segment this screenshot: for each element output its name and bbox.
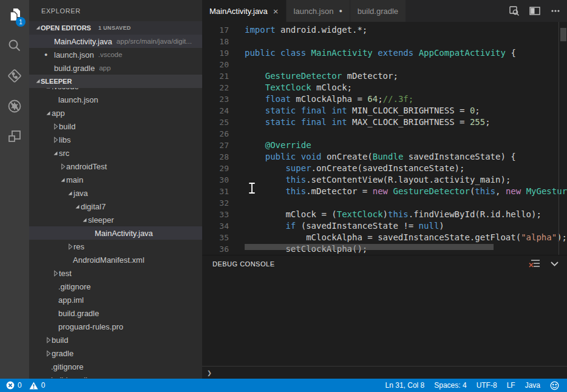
- tree-folder-sleeper[interactable]: sleeper: [29, 213, 202, 226]
- open-editor-item[interactable]: ●launch.json.vscode: [29, 48, 202, 61]
- code-line-31[interactable]: 31 this.mDetector = new GestureDetector(…: [202, 186, 567, 197]
- tree-folder-res[interactable]: res: [29, 240, 202, 253]
- status-label: LF: [507, 381, 515, 390]
- language-mode[interactable]: Java: [525, 379, 540, 392]
- tree-folder-java[interactable]: java: [29, 186, 202, 200]
- code-line-34[interactable]: 34 if (savedInstanceState != null): [202, 220, 567, 232]
- tree-folder-gradle[interactable]: gradle: [29, 346, 202, 360]
- tree-folder-app[interactable]: app: [29, 106, 202, 120]
- feedback[interactable]: [550, 379, 559, 392]
- open-editors-header[interactable]: OPEN EDITORS 1 UNSAVED: [29, 21, 202, 35]
- line-number[interactable]: 20: [202, 59, 229, 70]
- code-line-24[interactable]: 24 static final int MIN_CLOCK_BRIGHTNESS…: [202, 105, 567, 117]
- tree-file-mainactivity-java[interactable]: MainActivity.java: [29, 226, 202, 240]
- open-editor-item[interactable]: MainActivity.javaapp/src/main/java/digit…: [29, 35, 202, 48]
- code-line-23[interactable]: 23 float mClockAlpha = 64;//.3f;: [202, 93, 567, 105]
- dirty-indicator[interactable]: ●: [44, 52, 54, 58]
- line-number[interactable]: 29: [202, 163, 229, 174]
- line-number[interactable]: 27: [202, 140, 229, 151]
- line-number[interactable]: 17: [202, 24, 229, 36]
- line-number[interactable]: 24: [202, 105, 229, 117]
- folder-section-header[interactable]: SLEEPER: [29, 75, 202, 88]
- error-count[interactable]: 0: [6, 379, 22, 392]
- source-control-icon[interactable]: [0, 61, 29, 91]
- tree-item-label: sleeper: [88, 215, 114, 225]
- line-number[interactable]: 28: [202, 151, 229, 163]
- tree-file--gitignore[interactable]: .gitignore: [29, 280, 202, 293]
- tree-file--gitignore[interactable]: .gitignore: [29, 360, 202, 373]
- code-line-30[interactable]: 30 this.setContentView(R.layout.activity…: [202, 174, 567, 186]
- code-line-25[interactable]: 25 static final int MAX_CLOCK_BRIGHTNESS…: [202, 117, 567, 128]
- split-editor-icon[interactable]: [529, 6, 540, 16]
- open-editor-item[interactable]: build.gradleapp: [29, 61, 202, 75]
- chevron-down-icon[interactable]: [549, 259, 560, 269]
- explorer-icon[interactable]: 1: [0, 0, 29, 30]
- debug-console-input[interactable]: ❯: [202, 366, 567, 379]
- line-number[interactable]: 32: [202, 197, 229, 209]
- tree-folder-test[interactable]: test: [29, 266, 202, 280]
- editor-vscrollbar[interactable]: [560, 28, 566, 41]
- tree-folder-digital7[interactable]: digital7: [29, 200, 202, 213]
- line-number[interactable]: 22: [202, 82, 229, 93]
- code-editor[interactable]: 17import android.widget.*;1819public cla…: [202, 22, 567, 255]
- eol[interactable]: LF: [507, 379, 515, 392]
- tree-file-launch-json[interactable]: launch.json: [29, 93, 202, 106]
- code-line-26[interactable]: 26: [202, 128, 567, 140]
- dirty-indicator[interactable]: ●: [339, 8, 342, 14]
- line-number[interactable]: 21: [202, 70, 229, 82]
- line-number[interactable]: 30: [202, 174, 229, 186]
- tree-file-build-gradle[interactable]: build.gradle: [29, 306, 202, 320]
- tab-build-gradle[interactable]: build.gradle: [350, 0, 406, 22]
- tree-folder-libs[interactable]: libs: [29, 133, 202, 146]
- tab-launch-json[interactable]: launch.json●: [287, 0, 350, 22]
- code-line-19[interactable]: 19public class MainActivity extends AppC…: [202, 47, 567, 59]
- line-number[interactable]: 36: [202, 243, 229, 255]
- line-number[interactable]: 25: [202, 117, 229, 128]
- line-number[interactable]: 35: [202, 232, 229, 243]
- code-line-21[interactable]: 21 GestureDetector mDetector;: [202, 70, 567, 82]
- warning-count[interactable]: 0: [29, 379, 46, 392]
- line-number[interactable]: 26: [202, 128, 229, 140]
- tree-file-app-iml[interactable]: app.iml: [29, 293, 202, 306]
- line-number[interactable]: 19: [202, 47, 229, 59]
- debug-icon[interactable]: [0, 91, 29, 121]
- editor-hscrollbar[interactable]: [245, 244, 494, 250]
- tree-file-proguard-rules-pro[interactable]: proguard-rules.pro: [29, 320, 202, 333]
- line-number[interactable]: 34: [202, 220, 229, 232]
- code-text: [229, 197, 567, 209]
- indentation[interactable]: Spaces: 4: [434, 379, 466, 392]
- close-icon[interactable]: ×: [273, 7, 279, 16]
- panel-tab-debug-console[interactable]: DEBUG CONSOLE: [212, 260, 274, 268]
- tree-folder-androidtest[interactable]: androidTest: [29, 160, 202, 173]
- clear-console-icon[interactable]: [529, 259, 540, 269]
- tree-file-build-gradle[interactable]: build.gradle: [29, 373, 202, 378]
- extensions-icon[interactable]: [0, 121, 29, 152]
- more-actions-icon[interactable]: [550, 5, 561, 16]
- tree-folder-src[interactable]: src: [29, 146, 202, 160]
- code-line-20[interactable]: 20: [202, 59, 567, 70]
- code-line-33[interactable]: 33 mClock = (TextClock)this.findViewById…: [202, 209, 567, 220]
- code-line-18[interactable]: 18: [202, 36, 567, 47]
- tree-item-label: .vscode: [52, 88, 79, 91]
- line-number[interactable]: 18: [202, 36, 229, 47]
- search-icon[interactable]: [0, 30, 29, 61]
- search-file-icon[interactable]: [509, 5, 520, 16]
- line-number[interactable]: 23: [202, 93, 229, 105]
- code-line-35[interactable]: 35 mClockAlpha = savedInstanceState.getF…: [202, 232, 567, 243]
- tab-mainactivity-java[interactable]: MainActivity.java×: [202, 0, 287, 22]
- code-line-27[interactable]: 27 @Override: [202, 140, 567, 151]
- tree-folder-build[interactable]: build: [29, 333, 202, 346]
- tree-file-androidmanifest-xml[interactable]: AndroidManifest.xml: [29, 253, 202, 266]
- tree-folder--vscode[interactable]: .vscode: [29, 88, 202, 93]
- code-line-32[interactable]: 32: [202, 197, 567, 209]
- encoding[interactable]: UTF-8: [477, 379, 497, 392]
- tree-folder-main[interactable]: main: [29, 173, 202, 186]
- code-line-22[interactable]: 22 TextClock mClock;: [202, 82, 567, 93]
- line-number[interactable]: 31: [202, 186, 229, 197]
- line-number[interactable]: 33: [202, 209, 229, 220]
- tree-folder-build[interactable]: build: [29, 120, 202, 133]
- code-line-17[interactable]: 17import android.widget.*;: [202, 24, 567, 36]
- code-line-29[interactable]: 29 super.onCreate(savedInstanceState);: [202, 163, 567, 174]
- code-line-28[interactable]: 28 public void onCreate(Bundle savedInst…: [202, 151, 567, 163]
- cursor-position[interactable]: Ln 31, Col 8: [385, 379, 425, 392]
